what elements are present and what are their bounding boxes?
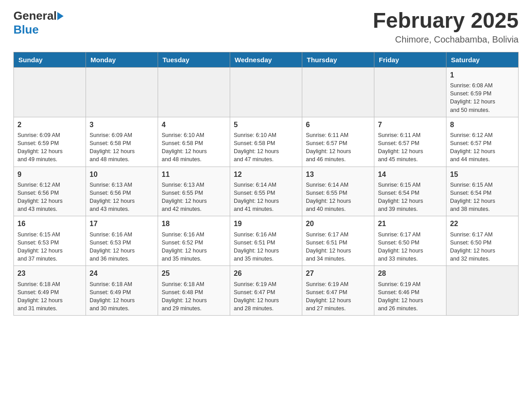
day-info: Sunrise: 6:09 AM Sunset: 6:58 PM Dayligh… [90,131,154,164]
day-number: 3 [90,120,154,130]
day-info: Sunrise: 6:10 AM Sunset: 6:58 PM Dayligh… [234,131,298,164]
day-info: Sunrise: 6:08 AM Sunset: 6:59 PM Dayligh… [450,81,515,114]
header-sunday: Sunday [14,52,86,67]
day-info: Sunrise: 6:15 AM Sunset: 6:54 PM Dayligh… [378,181,442,214]
calendar-week-row: 23Sunrise: 6:18 AM Sunset: 6:49 PM Dayli… [14,266,519,316]
day-number: 19 [234,219,298,229]
header-monday: Monday [86,52,158,67]
logo-chevron-icon [57,12,64,20]
day-number: 11 [162,170,226,180]
calendar-day-cell: 17Sunrise: 6:16 AM Sunset: 6:53 PM Dayli… [86,216,158,266]
day-number: 20 [306,219,370,229]
calendar-day-cell: 10Sunrise: 6:13 AM Sunset: 6:56 PM Dayli… [86,167,158,216]
day-info: Sunrise: 6:14 AM Sunset: 6:55 PM Dayligh… [234,181,298,214]
day-number: 21 [378,219,442,229]
day-number: 16 [17,219,82,229]
day-number: 15 [450,170,515,180]
day-number: 23 [17,269,82,278]
calendar-day-cell [302,67,374,117]
day-number: 2 [17,120,82,130]
calendar-day-cell: 13Sunrise: 6:14 AM Sunset: 6:55 PM Dayli… [302,167,374,216]
day-info: Sunrise: 6:18 AM Sunset: 6:49 PM Dayligh… [17,280,82,313]
calendar-day-cell [374,67,446,117]
day-number: 13 [306,170,370,180]
calendar-week-row: 2Sunrise: 6:09 AM Sunset: 6:59 PM Daylig… [14,117,519,167]
day-info: Sunrise: 6:19 AM Sunset: 6:46 PM Dayligh… [378,280,442,313]
day-info: Sunrise: 6:12 AM Sunset: 6:56 PM Dayligh… [17,181,82,214]
header-thursday: Thursday [302,52,374,67]
day-number: 18 [162,219,226,229]
day-number: 12 [234,170,298,180]
logo-general-text: General [13,9,57,23]
day-info: Sunrise: 6:17 AM Sunset: 6:50 PM Dayligh… [378,231,442,263]
day-number: 4 [162,120,226,130]
day-number: 10 [90,170,154,180]
calendar-day-cell: 28Sunrise: 6:19 AM Sunset: 6:46 PM Dayli… [374,266,446,316]
calendar-day-cell: 9Sunrise: 6:12 AM Sunset: 6:56 PM Daylig… [14,167,86,216]
day-number: 17 [90,219,154,229]
logo-blue-text: Blue [13,23,39,36]
calendar-day-cell: 18Sunrise: 6:16 AM Sunset: 6:52 PM Dayli… [158,216,230,266]
calendar-day-cell: 8Sunrise: 6:12 AM Sunset: 6:57 PM Daylig… [446,117,519,167]
day-info: Sunrise: 6:19 AM Sunset: 6:47 PM Dayligh… [234,280,298,313]
calendar-day-cell: 24Sunrise: 6:18 AM Sunset: 6:49 PM Dayli… [86,266,158,316]
day-number: 24 [90,269,154,278]
day-info: Sunrise: 6:14 AM Sunset: 6:55 PM Dayligh… [306,181,370,214]
calendar-day-cell: 2Sunrise: 6:09 AM Sunset: 6:59 PM Daylig… [14,117,86,167]
calendar-week-row: 9Sunrise: 6:12 AM Sunset: 6:56 PM Daylig… [14,167,519,216]
calendar-table: Sunday Monday Tuesday Wednesday Thursday… [13,52,519,316]
day-info: Sunrise: 6:12 AM Sunset: 6:57 PM Dayligh… [450,131,515,164]
header-saturday: Saturday [446,52,519,67]
calendar-day-cell: 25Sunrise: 6:18 AM Sunset: 6:48 PM Dayli… [158,266,230,316]
day-info: Sunrise: 6:11 AM Sunset: 6:57 PM Dayligh… [306,131,370,164]
header-tuesday: Tuesday [158,52,230,67]
header: General Blue February 2025 Chimore, Coch… [13,9,519,45]
calendar-day-cell: 27Sunrise: 6:19 AM Sunset: 6:47 PM Dayli… [302,266,374,316]
calendar-day-cell: 7Sunrise: 6:11 AM Sunset: 6:57 PM Daylig… [374,117,446,167]
calendar-day-cell: 20Sunrise: 6:17 AM Sunset: 6:51 PM Dayli… [302,216,374,266]
day-info: Sunrise: 6:13 AM Sunset: 6:56 PM Dayligh… [90,181,154,214]
day-info: Sunrise: 6:10 AM Sunset: 6:58 PM Dayligh… [162,131,226,164]
day-number: 5 [234,120,298,130]
day-info: Sunrise: 6:15 AM Sunset: 6:54 PM Dayligh… [450,181,515,214]
title-area: February 2025 Chimore, Cochabamba, Boliv… [373,9,519,45]
day-info: Sunrise: 6:15 AM Sunset: 6:53 PM Dayligh… [17,231,82,263]
calendar-day-cell: 19Sunrise: 6:16 AM Sunset: 6:51 PM Dayli… [230,216,302,266]
day-number: 26 [234,269,298,278]
day-info: Sunrise: 6:18 AM Sunset: 6:49 PM Dayligh… [90,280,154,313]
weekday-header-row: Sunday Monday Tuesday Wednesday Thursday… [14,52,519,67]
day-info: Sunrise: 6:18 AM Sunset: 6:48 PM Dayligh… [162,280,226,313]
calendar-day-cell: 3Sunrise: 6:09 AM Sunset: 6:58 PM Daylig… [86,117,158,167]
location-title: Chimore, Cochabamba, Bolivia [373,34,519,45]
calendar-day-cell [86,67,158,117]
calendar-day-cell: 21Sunrise: 6:17 AM Sunset: 6:50 PM Dayli… [374,216,446,266]
day-number: 7 [378,120,442,130]
day-number: 1 [450,70,515,80]
day-number: 9 [17,170,82,180]
calendar-day-cell: 14Sunrise: 6:15 AM Sunset: 6:54 PM Dayli… [374,167,446,216]
day-number: 22 [450,219,515,229]
day-number: 6 [306,120,370,130]
day-number: 25 [162,269,226,278]
day-info: Sunrise: 6:16 AM Sunset: 6:53 PM Dayligh… [90,231,154,263]
calendar-day-cell: 12Sunrise: 6:14 AM Sunset: 6:55 PM Dayli… [230,167,302,216]
calendar-day-cell: 4Sunrise: 6:10 AM Sunset: 6:58 PM Daylig… [158,117,230,167]
calendar-day-cell [446,266,519,316]
day-info: Sunrise: 6:09 AM Sunset: 6:59 PM Dayligh… [17,131,82,164]
calendar-day-cell: 15Sunrise: 6:15 AM Sunset: 6:54 PM Dayli… [446,167,519,216]
calendar-week-row: 16Sunrise: 6:15 AM Sunset: 6:53 PM Dayli… [14,216,519,266]
day-info: Sunrise: 6:17 AM Sunset: 6:50 PM Dayligh… [450,231,515,263]
logo: General Blue [13,9,64,37]
calendar-day-cell: 23Sunrise: 6:18 AM Sunset: 6:49 PM Dayli… [14,266,86,316]
calendar-day-cell: 26Sunrise: 6:19 AM Sunset: 6:47 PM Dayli… [230,266,302,316]
day-number: 14 [378,170,442,180]
month-title: February 2025 [373,9,519,33]
calendar-day-cell: 22Sunrise: 6:17 AM Sunset: 6:50 PM Dayli… [446,216,519,266]
day-number: 27 [306,269,370,278]
day-info: Sunrise: 6:16 AM Sunset: 6:52 PM Dayligh… [162,231,226,263]
header-friday: Friday [374,52,446,67]
day-number: 28 [378,269,442,278]
calendar-week-row: 1Sunrise: 6:08 AM Sunset: 6:59 PM Daylig… [14,67,519,117]
calendar-day-cell: 16Sunrise: 6:15 AM Sunset: 6:53 PM Dayli… [14,216,86,266]
calendar-day-cell [14,67,86,117]
